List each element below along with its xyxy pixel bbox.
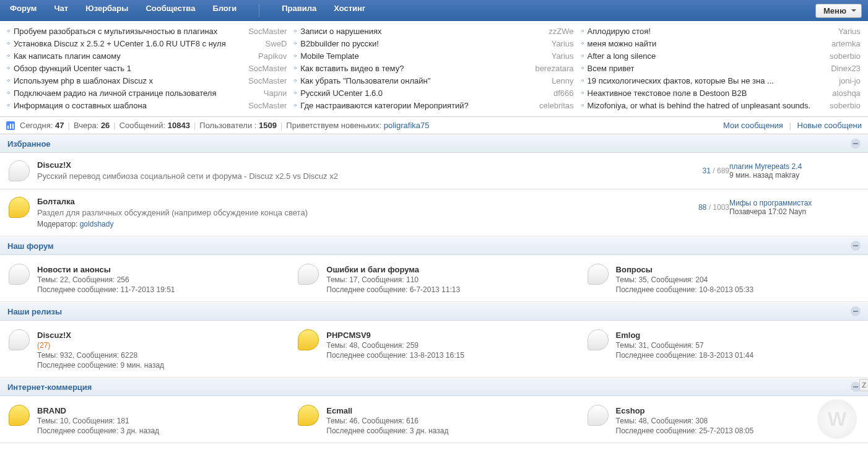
posts-label: Сообщений: (119, 121, 165, 130)
recent-topic-title[interactable]: Mizofoniya, or what is behind the hatred… (588, 101, 825, 110)
scroll-tab[interactable]: Z (859, 379, 868, 391)
forum-title[interactable]: Ошибки и баги форума (326, 265, 460, 274)
forum-title[interactable]: BRAND (37, 406, 159, 415)
recent-topic-author[interactable]: Dinex23 (831, 64, 861, 73)
recent-topic-author[interactable]: SweD (266, 39, 287, 48)
collapse-icon[interactable] (851, 306, 861, 316)
recent-topic-title[interactable]: Как убрать "Пользователи онлайн" (300, 76, 547, 85)
recent-topic-title[interactable]: Русский UCenter 1.6.0 (300, 89, 549, 98)
recent-topic-title[interactable]: Информация о составных шаблона (14, 101, 243, 110)
lastpost-link[interactable]: Мифы о программистах (729, 199, 812, 207)
posts-value: 10843 (168, 121, 190, 130)
moderator-link[interactable]: goldshady (80, 220, 114, 228)
recent-topic-title[interactable]: Mobile Template (300, 51, 546, 61)
bullet-icon (7, 79, 10, 82)
recent-topic-title[interactable]: Как написать плагин самому (14, 51, 253, 61)
recent-topic-author[interactable]: SocMaster (248, 27, 287, 36)
recent-topic-author[interactable]: Yarius (552, 51, 574, 61)
forum-counts: 31 / 689 (655, 160, 729, 175)
forum-title[interactable]: Новости и анонсы (37, 265, 175, 274)
collapse-icon[interactable] (851, 139, 861, 149)
recent-topic-title[interactable]: меня можно найти (588, 39, 827, 48)
forum-lastpost: Последнее сообщение: 6-7-2013 11:13 (326, 285, 460, 294)
bullet-icon (294, 42, 297, 45)
recent-topic-author[interactable]: df666 (553, 89, 574, 98)
new-count: (27) (37, 341, 164, 350)
yest-value: 26 (101, 121, 110, 130)
recent-topic-title[interactable]: Всем привет (588, 64, 827, 73)
recent-topic-title[interactable]: Неактивное текстовое поле в Destoon B2B (588, 89, 828, 98)
forum-item: Новости и анонсыТемы: 22, Сообщения: 256… (0, 255, 289, 302)
recent-topic-title[interactable]: After a long silence (588, 51, 825, 61)
recent-topic-title[interactable]: Записи о нарушениях (300, 27, 544, 36)
recent-topic-author[interactable]: joni-jo (839, 76, 861, 85)
collapse-icon[interactable] (851, 241, 861, 251)
forum-title[interactable]: Emlog (616, 331, 754, 340)
recent-topic-title[interactable]: 19 психологических фактов, которые Вы не… (588, 76, 835, 85)
recent-topic-title[interactable]: Подключаем радио на личной странице поль… (14, 89, 259, 98)
forum-stats: Темы: 22, Сообщения: 256 (37, 275, 175, 284)
new-posts-link[interactable]: Новые сообщени (797, 121, 862, 130)
nav-item-forum[interactable]: Форум (10, 4, 37, 17)
recent-topic-author[interactable]: soberbio (830, 51, 861, 61)
forum-title[interactable]: Ecmall (326, 406, 448, 415)
nav-item-userbars[interactable]: Юзербары (85, 4, 128, 17)
my-posts-link[interactable]: Мои сообщения (723, 121, 783, 130)
recent-topic-author[interactable]: Yarius (552, 39, 574, 48)
category-title[interactable]: Интернет-коммерция (7, 383, 92, 392)
recent-topic-title[interactable]: Где настраиваются категории Мероприятий? (300, 101, 534, 110)
forum-icon (9, 197, 30, 218)
recent-topic-author[interactable]: aloshqa (832, 89, 861, 98)
nav-item-hosting[interactable]: Хостинг (334, 4, 365, 17)
category-title[interactable]: Избранное (7, 139, 51, 149)
recent-topic-title[interactable]: B2bbuilder по русски! (300, 39, 546, 48)
recent-topic-cell: Используем php в шаблонах Discuz xSocMas… (4, 74, 290, 87)
forum-stats: Темы: 17, Сообщения: 110 (326, 275, 460, 284)
category-title[interactable]: Наш форум (7, 241, 54, 251)
forum-lastpost: Последнее сообщение: 9 мин. назад (37, 361, 164, 370)
recent-topic-author[interactable]: Lenny (552, 76, 573, 85)
nav-item-blogs[interactable]: Блоги (212, 4, 237, 17)
recent-topic-author[interactable]: berezatara (535, 64, 573, 73)
recent-topic-author[interactable]: Yarius (838, 27, 861, 36)
recent-topic-title[interactable]: Используем php в шаблонах Discuz x (14, 76, 243, 85)
recent-topic-author[interactable]: artemka (831, 39, 861, 48)
forum-title[interactable]: Discuz!X (37, 160, 655, 170)
forum-desc: Раздел для различных обсуждений (наприме… (37, 208, 655, 217)
nav-item-rules[interactable]: Правила (282, 4, 316, 17)
recent-topic-title[interactable]: Как вставить видео в тему? (300, 64, 530, 73)
recent-topic-title[interactable]: Пробуем разобраться с мультиязычностью в… (14, 27, 243, 36)
recent-topic-author[interactable]: SocMaster (248, 101, 287, 110)
menu-button[interactable]: Меню (815, 4, 862, 18)
recent-topic-author[interactable]: Papikov (258, 51, 287, 61)
forum-title[interactable]: Ecshop (616, 406, 754, 415)
recent-topic-title[interactable]: Аплодирую стоя! (588, 27, 833, 36)
recent-topic-author[interactable]: soberbio (830, 101, 861, 110)
forum-title[interactable]: Болталка (37, 197, 655, 206)
recent-topic-author[interactable]: zzZWe (549, 27, 573, 36)
nav-item-communities[interactable]: Сообщества (145, 4, 195, 17)
bullet-icon (581, 104, 584, 106)
welcome-user[interactable]: poligrafika75 (384, 121, 430, 130)
forum-title[interactable]: Вопросы (616, 265, 754, 274)
forum-title[interactable]: Discuz!X (37, 331, 164, 340)
bullet-icon (7, 104, 10, 106)
recent-topic-title[interactable]: Установка Discuz x 2.5.2 + UCenter 1.6.0… (14, 39, 261, 48)
forum-stats: Темы: 10, Сообщения: 181 (37, 417, 159, 425)
category-title[interactable]: Наши релизы (7, 307, 62, 316)
forum-lastpost: Последнее сообщение: 13-8-2013 16:15 (326, 351, 464, 360)
watermark-icon: W (817, 399, 857, 439)
forum-lastpost: Последнее сообщение: 25-7-2013 08:05 (616, 426, 754, 435)
recent-topic-author[interactable]: SocMaster (248, 64, 287, 73)
nav-item-chat[interactable]: Чат (54, 4, 68, 17)
yest-label: Вчера: (74, 121, 98, 130)
lastpost-link[interactable]: плагин Myrepeats 2.4 (729, 162, 802, 171)
bullet-icon (7, 92, 10, 94)
forum-lastpost: плагин Myrepeats 2.49 мин. назад makray (729, 160, 859, 180)
today-value: 47 (55, 121, 64, 130)
recent-topic-author[interactable]: celebritas (539, 101, 574, 110)
recent-topic-title[interactable]: Обзор функций Ucenter часть 1 (14, 64, 243, 73)
recent-topic-author[interactable]: SocMaster (248, 76, 287, 85)
forum-title[interactable]: PHPCMSV9 (326, 331, 464, 340)
recent-topic-author[interactable]: Чарли (264, 89, 287, 98)
